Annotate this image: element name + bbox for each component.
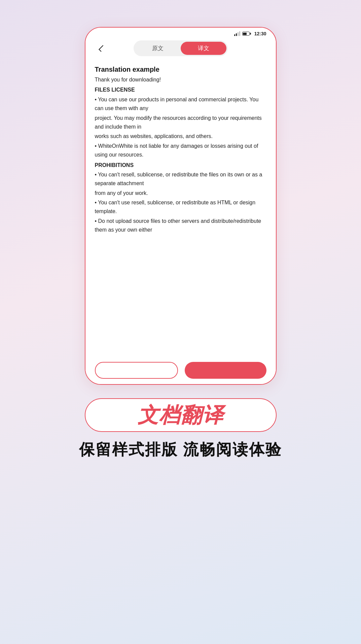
signal-icon	[234, 31, 240, 36]
big-label-button[interactable]: 文档翻译	[85, 398, 277, 432]
bottom-promo-section: 文档翻译 保留样式排版 流畅阅读体验	[0, 398, 361, 460]
doc-line-11: • Do not upload source files to other se…	[95, 217, 266, 235]
action-btn-1[interactable]	[95, 362, 178, 379]
doc-line-8: • You can't resell, sublicense, or redis…	[95, 170, 266, 188]
content-area: Translation example Thank you for downlo…	[85, 60, 276, 357]
phone-mockup: 12:30 原文 译文 Translation example Thank yo…	[85, 27, 277, 385]
status-time: 12:30	[254, 31, 266, 36]
doc-line-2: FILES LICENSE	[95, 86, 266, 94]
tab-original[interactable]: 原文	[135, 42, 181, 55]
doc-line-3: • You can use our products in personal a…	[95, 95, 266, 113]
big-label-text: 文档翻译	[138, 401, 224, 429]
nav-bar: 原文 译文	[85, 38, 276, 60]
doc-line-9: from any of your work.	[95, 189, 266, 198]
back-button[interactable]	[95, 42, 107, 55]
doc-line-5: works such as websites, applications, an…	[95, 132, 266, 141]
doc-body: Thank you for downloading! FILES LICENSE…	[95, 75, 266, 235]
battery-icon	[242, 32, 251, 36]
doc-line-1: Thank you for downloading!	[95, 75, 266, 84]
doc-line-10: • You can't use resell, sublicense, or r…	[95, 198, 266, 216]
doc-line-4: project. You may modify the resources ac…	[95, 114, 266, 132]
bottom-buttons	[85, 357, 276, 384]
doc-title: Translation example	[95, 66, 266, 73]
back-icon	[99, 45, 105, 52]
status-bar: 12:30	[85, 28, 276, 38]
tab-group: 原文 译文	[134, 40, 228, 56]
tab-translation[interactable]: 译文	[181, 42, 226, 55]
action-btn-2[interactable]	[185, 362, 266, 379]
doc-line-6: • WhiteOnWhite is not liable for any dam…	[95, 142, 266, 160]
tagline: 保留样式排版 流畅阅读体验	[79, 439, 282, 460]
doc-line-7: PROHIBITIONS	[95, 161, 266, 170]
